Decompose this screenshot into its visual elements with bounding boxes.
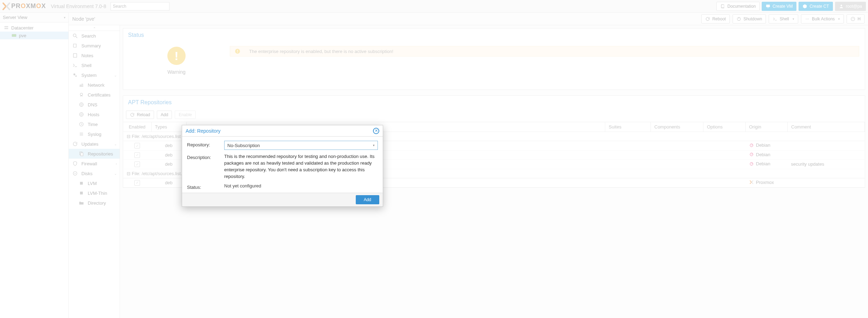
repository-description: This is the recommended repository for t…: [224, 153, 378, 180]
label-status: Status:: [187, 183, 222, 190]
close-icon[interactable]: ✕: [373, 128, 379, 134]
add-repository-dialog: Add: Repository ✕ Repository: No-Subscri…: [182, 125, 383, 207]
chevron-down-icon: ▾: [373, 144, 375, 147]
repository-status: Not yet configured: [224, 183, 378, 190]
repository-select[interactable]: No-Subscription ▾: [224, 141, 378, 150]
label-repository: Repository:: [187, 141, 222, 150]
modal-mask[interactable]: [0, 0, 868, 318]
modal-title: Add: Repository: [186, 128, 221, 134]
modal-add-button[interactable]: Add: [356, 195, 379, 204]
label-description: Description:: [187, 153, 222, 180]
repository-value: No-Subscription: [227, 143, 260, 148]
